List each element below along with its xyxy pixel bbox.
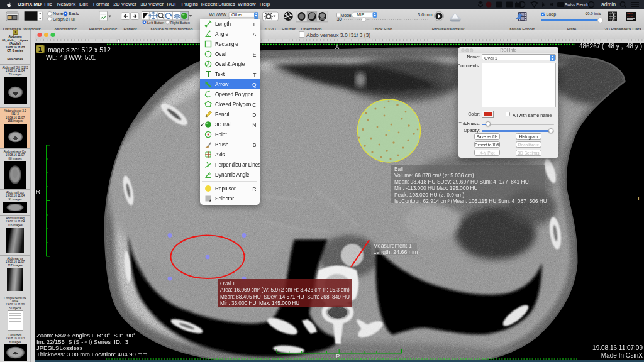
svg-text:None: None bbox=[53, 11, 63, 16]
svg-text:Loop: Loop bbox=[547, 12, 557, 17]
svg-text:Right Button: Right Button bbox=[170, 20, 190, 24]
svg-text:30: 30 bbox=[337, 16, 342, 22]
svg-text:MIP: MIP bbox=[357, 12, 365, 16]
svg-text:Basic: Basic bbox=[69, 11, 79, 16]
svg-text:Mode:: Mode: bbox=[341, 13, 353, 17]
svg-text:Other: Other bbox=[231, 13, 243, 17]
svg-text:Full: Full bbox=[69, 16, 75, 21]
svg-text:3.0 mm: 3.0 mm bbox=[418, 12, 433, 18]
svg-text:Graphic: Graphic bbox=[53, 16, 68, 21]
svg-text:Dw: Dw bbox=[208, 172, 211, 175]
svg-text:admin: admin bbox=[601, 1, 616, 8]
svg-text:NY73H: NY73H bbox=[627, 15, 633, 18]
svg-text:WL/WW:: WL/WW: bbox=[209, 12, 228, 18]
svg-text:Swiss French: Swiss French bbox=[565, 2, 589, 6]
svg-text:Left Button: Left Button bbox=[147, 20, 164, 24]
svg-text:60.0 im/s: 60.0 im/s bbox=[585, 11, 601, 16]
